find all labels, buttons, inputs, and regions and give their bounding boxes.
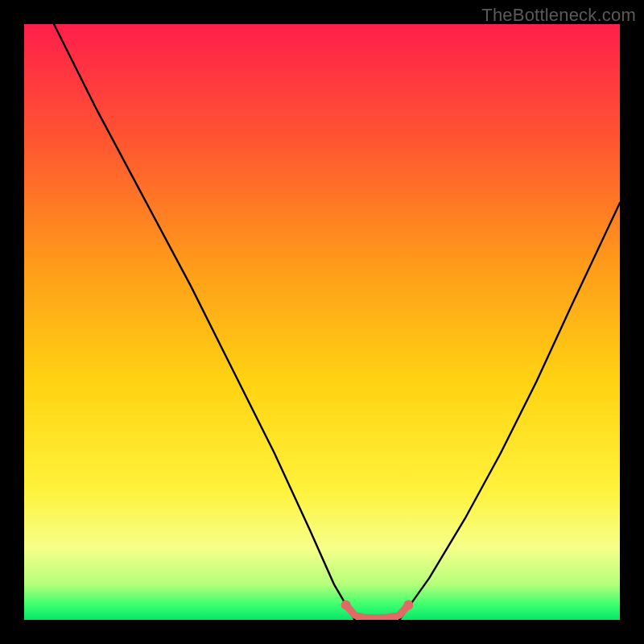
chart-svg [24, 24, 620, 620]
watermark-text: TheBottleneck.com [481, 5, 636, 26]
chart-frame: TheBottleneck.com [0, 0, 644, 644]
plot-area [24, 24, 620, 620]
highlight-endpoint [341, 601, 351, 610]
gradient-background [24, 24, 620, 620]
highlight-endpoint [403, 601, 413, 610]
